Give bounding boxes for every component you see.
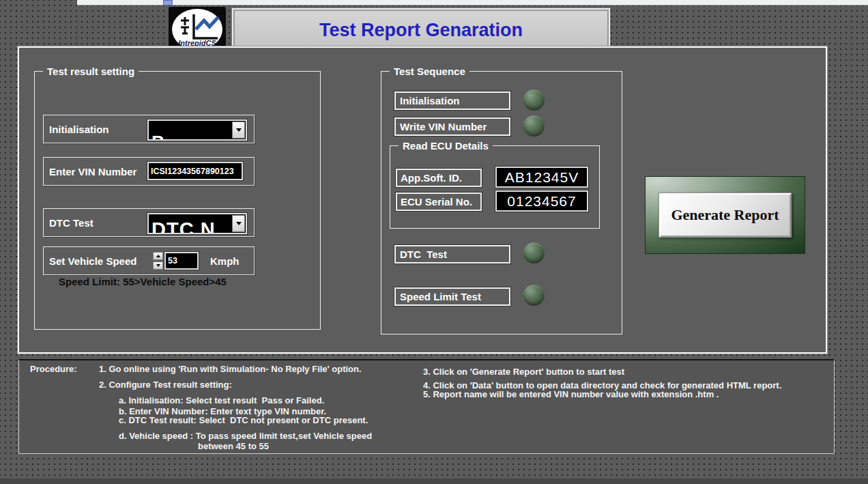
page-title: Test Report Genaration [319, 20, 523, 41]
speed-limit-note: Speed Limit: 55>Vehicle Speed>45 [59, 276, 227, 287]
dtc-combobox-value: DTC N [151, 214, 232, 233]
procedure-step-2c: c. DTC Test result: Select DTC not prese… [119, 416, 368, 425]
spin-down-button[interactable] [153, 261, 163, 270]
step-dtc-test: DTC Test [394, 245, 510, 264]
step-write-vin: Write VIN Number [394, 117, 510, 136]
speed-label: Set Vehicle Speed [49, 255, 136, 267]
group-title-test-result-setting: Test result setting [43, 66, 139, 77]
initialisation-combobox[interactable]: P [147, 119, 247, 141]
chevron-down-icon [236, 128, 242, 132]
speed-row: Set Vehicle Speed Kmph [43, 246, 255, 275]
group-test-result-setting: Test result setting Initialisation P Ent… [34, 71, 321, 330]
app-soft-id-value: AB12345V [495, 167, 588, 188]
speed-unit-label: Kmph [210, 255, 240, 267]
dtc-combobox[interactable]: DTC N [147, 213, 247, 234]
arrow-up-icon [156, 255, 160, 257]
procedure-step-2d-cont: between 45 to 55 [198, 442, 269, 451]
logo-chart-icon: IntrepidCS [169, 7, 226, 52]
initialisation-dropdown-button[interactable] [232, 122, 245, 139]
group-test-sequence: Test Sequence Initialisation Write VIN N… [381, 71, 622, 334]
led-initialisation [523, 89, 545, 111]
group-read-ecu-details: Read ECU Details App.Soft. ID. AB12345V … [390, 145, 600, 229]
group-title-test-sequence: Test Sequence [390, 66, 469, 77]
procedure-step-2: 2. Configure Test result setting: [99, 380, 232, 389]
chevron-down-icon [236, 222, 242, 225]
speed-input[interactable] [164, 252, 199, 270]
spin-up-button[interactable] [153, 252, 163, 260]
ecu-serial-value: 01234567 [495, 190, 588, 212]
procedure-panel: Procedure: 1. Go online using 'Run with … [18, 359, 835, 454]
speed-stepper [153, 252, 163, 270]
procedure-step-1: 1. Go online using 'Run with Simulation-… [99, 365, 362, 373]
background-window-strip [77, 0, 868, 5]
led-speed-limit-test [523, 285, 545, 306]
title-bar: Test Report Genaration [232, 8, 610, 52]
group-title-read-ecu-details: Read ECU Details [399, 140, 493, 152]
ecu-serial-label: ECU Serial No. [396, 193, 482, 211]
procedure-step-5: 5. Report name will be entered VIN numbe… [423, 390, 719, 399]
initialisation-combobox-value: P [151, 121, 232, 139]
vin-row: Enter VIN Number [43, 157, 255, 186]
led-write-vin [523, 115, 545, 137]
procedure-label: Procedure: [30, 365, 77, 373]
step-initialisation: Initialisation [394, 91, 510, 110]
toolbar-button-fragment-icon[interactable] [163, 0, 173, 5]
initialisation-label: Initialisation [49, 124, 109, 135]
app-soft-id-label: App.Soft. ID. [396, 169, 482, 187]
procedure-step-3: 3. Click on 'Generate Report' button to … [423, 367, 624, 376]
vin-label: Enter VIN Number [49, 166, 136, 177]
led-dtc-test [523, 242, 545, 264]
arrow-down-icon [156, 264, 160, 267]
dtc-label: DTC Test [49, 217, 93, 229]
initialisation-row: Initialisation P [43, 115, 255, 143]
dtc-row: DTC Test DTC N [43, 208, 255, 237]
generate-report-button[interactable]: Generate Report [659, 193, 792, 238]
procedure-step-2a: a. Initialisation: Select test result Pa… [119, 396, 324, 405]
procedure-step-2d: d. Vehicle speed : To pass speed limit t… [119, 431, 372, 440]
bottom-window-edge [0, 479, 868, 484]
vin-input[interactable] [147, 162, 243, 180]
dtc-dropdown-button[interactable] [232, 215, 245, 232]
intrepidcs-logo: IntrepidCS [169, 7, 226, 52]
app-canvas: IntrepidCS Test Report Genaration Test r… [0, 0, 868, 484]
step-speed-limit-test: Speed Limit Test [394, 287, 510, 306]
generate-report-panel: Generate Report [645, 176, 805, 254]
